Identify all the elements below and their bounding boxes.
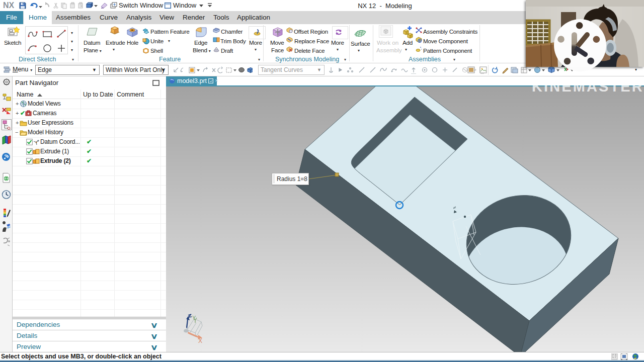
svg-text:X: X [198,337,202,344]
svg-text:Y: Y [192,315,196,321]
